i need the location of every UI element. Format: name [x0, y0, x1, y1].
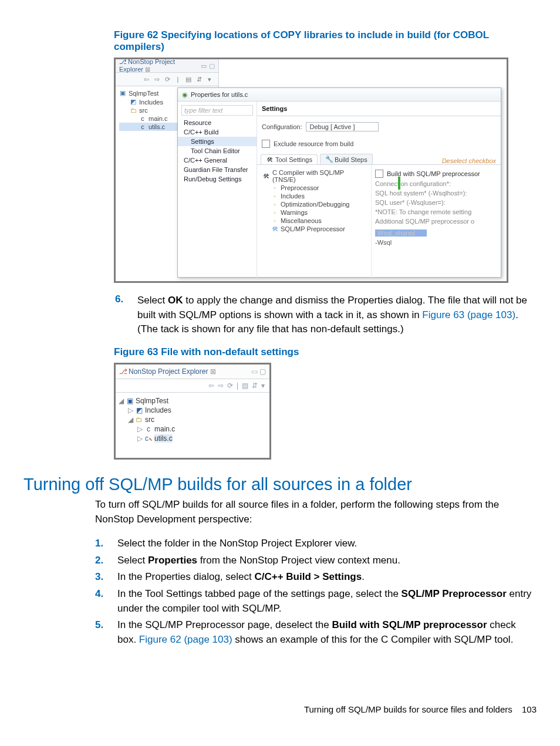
- fig62-deselect-annotation: Deselect checkbox: [442, 156, 501, 164]
- fig62-buildwith-label: Build with SQL/MP preprocessor: [387, 170, 480, 177]
- step-6: 6. Select OK to apply the change and dis…: [115, 293, 537, 337]
- figure62-link[interactable]: Figure 62 (page 103): [139, 634, 232, 645]
- minimize-icon: ▭: [201, 62, 207, 69]
- fig62-nav-build[interactable]: C/C++ Build: [178, 127, 257, 137]
- back-icon: ⇦: [142, 75, 150, 83]
- divider-icon: |: [174, 75, 182, 83]
- fig62-sqlhost-label: SQL host system* (-Wsqlhost=):: [375, 188, 497, 198]
- up-icon: ⟳: [227, 382, 233, 390]
- figure63-caption: Figure 63 File with non-default settings: [114, 346, 537, 358]
- fig62-nav-general[interactable]: C/C++ General: [178, 156, 257, 165]
- cfile-tack-icon: c⬉: [145, 434, 152, 443]
- fig62-nav-rundebug[interactable]: Run/Debug Settings: [178, 174, 257, 184]
- ns-icon: ⎇: [119, 367, 126, 376]
- section-heading: Turning off SQL/MP builds for all source…: [23, 475, 537, 494]
- props-icon: ◉: [181, 91, 188, 99]
- fig62-form: Build with SQL/MP preprocessor Connectio…: [371, 165, 501, 278]
- fig62-dialog-title: ◉ Properties for utils.c: [178, 88, 501, 102]
- fig62-exclude-row: Exclude resource from build: [257, 134, 501, 154]
- fig62-tabs: 🛠Tool Settings 🔧Build Steps Deselect che…: [257, 154, 501, 165]
- fig62-conncfg-label: Connection configuration*:: [375, 179, 497, 188]
- fig62-explorer-toolbar: ⇦ ⇨ ⟳ | ▤ ⇵ ▾: [116, 73, 218, 86]
- cfile-icon: c: [145, 425, 152, 433]
- figure62-caption: Figure 62 Specifying locations of COPY l…: [114, 29, 537, 53]
- fig62-tab-steps[interactable]: 🔧Build Steps: [320, 154, 373, 164]
- fig63-utils-selected: utils.c: [154, 434, 173, 443]
- leaf-icon: 🛠: [271, 225, 278, 232]
- fig62-sqluser-label: SQL user* (-Wsqluser=):: [375, 198, 497, 207]
- fig62-nav-resource[interactable]: Resource: [178, 118, 257, 127]
- leaf-icon: ◦: [271, 193, 278, 200]
- folder-icon: 🗀: [130, 107, 137, 114]
- fig63-toolbar: ⇦ ⇨ ⟳ | ▤ ⇵ ▾: [116, 379, 269, 393]
- page-footer: Turning off SQL/MP builds for source fil…: [304, 704, 537, 714]
- includes-icon: ◩: [136, 406, 143, 414]
- maximize-icon: ▢: [209, 62, 215, 69]
- fig62-buildwith-checkbox[interactable]: [375, 170, 383, 178]
- link-icon: ⇵: [252, 382, 258, 390]
- fig62-config-combo[interactable]: Debug [ Active ]: [306, 122, 379, 131]
- fig62-config-label: Configuration:: [262, 123, 302, 130]
- fig62-nav: type filter text Resource C/C++ Build Se…: [178, 102, 257, 278]
- leaf-icon: ◦: [271, 184, 278, 191]
- fig62-exclude-checkbox[interactable]: [262, 140, 270, 148]
- includes-icon: ◩: [130, 98, 137, 106]
- collapse-icon: ▤: [242, 382, 248, 390]
- fig63-title: ⎇ NonStop Project Explorer ⊠: [119, 367, 216, 376]
- cfile-icon: c: [139, 115, 146, 122]
- fig63-tree: ◢▣SqlmpTest ▷◩Includes ◢🗀src ▷cmain.c ▷c…: [116, 393, 269, 447]
- fig62-wsql-badge: Wsql_shared: [375, 229, 427, 237]
- fig62-note-label: *NOTE: To change remote setting: [375, 207, 497, 217]
- folder-step-2: 2. Select Properties from the NonStop Pr…: [95, 553, 537, 568]
- fig62-exclude-label: Exclude resource from build: [274, 140, 353, 147]
- folder-icon: 🗀: [136, 416, 143, 424]
- fwd-icon: ⇨: [218, 382, 224, 390]
- fig62-tab-tool[interactable]: 🛠Tool Settings: [261, 154, 318, 164]
- folder-step-3: 3. In the Properties dialog, select C/C+…: [95, 570, 537, 585]
- home-icon: ⟳: [163, 75, 171, 83]
- cfile-icon: c: [139, 123, 146, 130]
- fig62-annotation-arrow: [398, 177, 400, 190]
- collapse-icon: ▤: [184, 75, 193, 83]
- leaf-icon: ◦: [271, 217, 278, 224]
- folder-step-1: 1. Select the folder in the NonStop Proj…: [95, 536, 537, 551]
- footer-pagenum: 103: [522, 704, 537, 714]
- fig62-mainpane: Settings Configuration: Debug [ Active ]…: [257, 102, 501, 278]
- leaf-icon: ◦: [271, 201, 278, 208]
- fig62-nav-toolchain[interactable]: Tool Chain Editor: [178, 146, 257, 156]
- fig62-explorer-winicons: ▭▢: [198, 62, 215, 70]
- ok-label: OK: [168, 295, 183, 306]
- step-6-num: 6.: [115, 293, 137, 337]
- compiler-icon: 🛠: [263, 173, 270, 180]
- footer-text: Turning off SQL/MP builds for source fil…: [304, 704, 512, 714]
- leaf-icon: ◦: [271, 209, 278, 216]
- fig62-nav-settings[interactable]: Settings: [178, 137, 257, 146]
- fig63-winicons: ▭ ▢: [251, 367, 266, 376]
- ns-icon: ⎇: [119, 58, 126, 66]
- project-icon: ▣: [126, 397, 133, 405]
- fig62-explorer-tabrow: ⎇ NonStop Project Explorer ⊠ ▭▢: [116, 59, 218, 73]
- back-icon: ⇦: [208, 382, 214, 390]
- fig62-config-row: Configuration: Debug [ Active ]: [257, 116, 501, 134]
- folder-step-5: 5. In the SQL/MP Preprocessor page, dese…: [95, 618, 537, 647]
- figure63-image: ⎇ NonStop Project Explorer ⊠ ▭ ▢ ⇦ ⇨ ⟳ |…: [114, 363, 271, 460]
- link-icon: ⇵: [195, 75, 203, 83]
- fig62-filter-input[interactable]: type filter text: [181, 105, 253, 116]
- fig62-properties-dialog: ◉ Properties for utils.c type filter tex…: [177, 87, 501, 278]
- folder-step-4: 4. In the Tool Settings tabbed page of t…: [95, 587, 537, 616]
- figure63-link[interactable]: Figure 63 (page 103): [422, 309, 515, 320]
- fig62-nav-guardian[interactable]: Guardian File Transfer: [178, 165, 257, 174]
- wrench-icon: 🛠: [266, 156, 273, 163]
- section-intro: To turn off SQL/MP builds for all source…: [95, 498, 537, 526]
- menu-icon: ▾: [261, 382, 265, 390]
- menu-icon: ▾: [205, 75, 214, 83]
- fig62-wsql-label: -Wsql: [375, 238, 497, 247]
- fig62-page-title: Settings: [257, 102, 501, 116]
- fwd-icon: ⇨: [153, 75, 161, 83]
- fig62-tooltree: 🛠C Compiler with SQL/MP (TNS/E) ◦Preproc…: [257, 165, 371, 278]
- fig62-explorer-title: ⎇ NonStop Project Explorer ⊠: [119, 58, 198, 73]
- figure62-image: ⎇ NonStop Project Explorer ⊠ ▭▢ ⇦ ⇨ ⟳ | …: [114, 58, 508, 283]
- project-icon: ▣: [119, 89, 126, 97]
- steps-icon: 🔧: [325, 156, 332, 163]
- fig62-addl-label: Additional SQL/MP preprocessor o: [375, 217, 497, 226]
